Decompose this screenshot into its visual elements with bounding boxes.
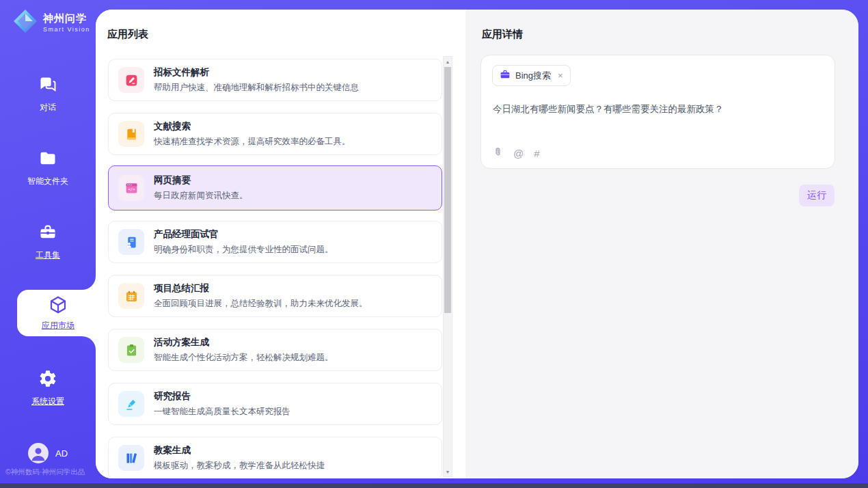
brand-logo: 神州问学 Smart Vision [12,8,90,37]
scrollbar-thumb[interactable] [444,67,451,313]
app-card-literature-search[interactable]: 文献搜索 快速精准查找学术资源，提高研究效率的必备工具。 [108,113,442,155]
query-input[interactable]: 今日湖北有哪些新闻要点？有哪些需要关注的最新政策？ [493,103,824,116]
app-title: 文献搜索 [154,120,351,133]
tab-fillet-bottom [82,336,96,350]
app-title: 网页摘要 [154,174,248,187]
sidebar-item-toolset[interactable]: 工具集 [0,223,96,261]
copyright-text: ©神州数码·神州问学出品 [5,467,85,477]
scroll-down-icon[interactable]: ▼ [444,467,452,476]
app-desc: 明确身份和职责，为您提供专业性的面试问题。 [154,244,334,256]
app-title: 活动方案生成 [154,336,334,349]
diamond-logo-icon [12,8,38,37]
brand-tagline: Smart Vision [43,26,90,33]
app-desc: 帮助用户快速、准确地理解和解析招标书中的关键信息 [154,82,359,94]
app-title: 产品经理面试官 [154,228,334,241]
edit-icon [118,67,144,93]
sidebar-item-smart-folder[interactable]: 智能文件夹 [0,149,96,187]
app-card-research-report[interactable]: 研究报告 一键智能生成高质量长文本研究报告 [108,383,442,425]
sidebar-item-chat[interactable]: 对话 [0,75,96,113]
tab-fillet-top [82,276,96,290]
app-desc: 模板驱动，教案秒成，教学准备从此轻松快捷 [154,460,325,472]
pen-icon [118,391,144,417]
browser-icon: </> [118,175,144,201]
app-card-lesson-plan[interactable]: 教案生成 模板驱动，教案秒成，教学准备从此轻松快捷 [108,437,442,478]
main-container: 应用列表 招标文件解析 帮助用户快速、准确地理解和解析招标书中的关键信息 [96,10,858,478]
app-title: 招标文件解析 [154,66,359,79]
tool-tag-label: Bing搜索 [515,70,551,82]
sidebar-item-settings[interactable]: 系统设置 [0,369,96,407]
sidebar-item-label: 系统设置 [0,396,96,407]
attachment-toolbar: @ # [493,146,540,161]
app-desc: 智能生成个性化活动方案，轻松解决规划难题。 [154,352,334,364]
app-title: 研究报告 [154,390,290,403]
sidebar: 神州问学 Smart Vision 对话 智能文件夹 [0,0,96,483]
app-detail-title: 应用详情 [482,28,523,41]
clipboard-check-icon [118,337,144,363]
svg-text:</>: </> [128,187,135,191]
mention-icon[interactable]: @ [513,148,524,159]
app-card-event-plan[interactable]: 活动方案生成 智能生成个性化活动方案，轻松解决规划难题。 [108,329,442,371]
user-initials: AD [55,448,68,459]
app-desc: 每日政府新闻资讯快查。 [154,190,248,202]
app-card-pm-interviewer[interactable]: 产品经理面试官 明确身份和职责，为您提供专业性的面试问题。 [108,221,442,263]
app-desc: 快速精准查找学术资源，提高研究效率的必备工具。 [154,136,351,148]
app-list-title: 应用列表 [107,28,148,41]
hash-icon[interactable]: # [534,148,539,159]
briefcase-icon [500,69,511,83]
scroll-up-icon[interactable]: ▲ [444,57,452,66]
app-card-project-summary[interactable]: 项目总结汇报 全面回顾项目进展，总结经验教训，助力未来优化发展。 [108,275,442,317]
app-detail-panel: 应用详情 Bing搜索 × 今日湖北有哪些新闻要点？有哪些需要关注的最新政策？ [465,10,858,478]
sidebar-item-app-market[interactable]: 应用市场 [17,290,99,336]
cube-icon [48,306,68,317]
gear-icon [38,379,57,390]
bottom-strip [0,483,868,488]
books-icon [118,445,144,471]
scrollbar[interactable]: ▲ ▼ [443,56,452,477]
sidebar-item-label: 智能文件夹 [0,176,96,187]
app-title: 教案生成 [154,444,325,457]
app-desc: 全面回顾项目进展，总结经验教训，助力未来优化发展。 [154,298,368,310]
calendar-icon [118,283,144,309]
tool-tag-bing[interactable]: Bing搜索 × [492,65,571,86]
sidebar-item-label: 应用市场 [17,320,99,331]
app-desc: 一键智能生成高质量长文本研究报告 [154,406,290,418]
avatar [28,443,49,463]
user-account[interactable]: AD [0,443,96,463]
book-icon [118,121,144,147]
app-card-web-summary[interactable]: </> 网页摘要 每日政府新闻资讯快查。 [108,165,442,211]
brand-name: 神州问学 [43,12,90,25]
paperclip-icon[interactable] [493,146,503,161]
app-card-bid-parse[interactable]: 招标文件解析 帮助用户快速、准确地理解和解析招标书中的关键信息 [108,59,442,101]
app-list-panel: 应用列表 招标文件解析 帮助用户快速、准确地理解和解析招标书中的关键信息 [96,10,465,478]
interview-icon [118,229,144,255]
app-config-card: Bing搜索 × 今日湖北有哪些新闻要点？有哪些需要关注的最新政策？ @ # [480,55,835,169]
toolbox-icon [38,232,57,244]
chat-icon [38,85,57,96]
close-icon[interactable]: × [558,70,563,81]
folder-icon [38,159,57,170]
app-title: 项目总结汇报 [154,282,368,295]
run-button[interactable]: 运行 [799,185,835,206]
sidebar-item-label: 工具集 [0,249,96,261]
sidebar-item-label: 对话 [0,102,96,113]
